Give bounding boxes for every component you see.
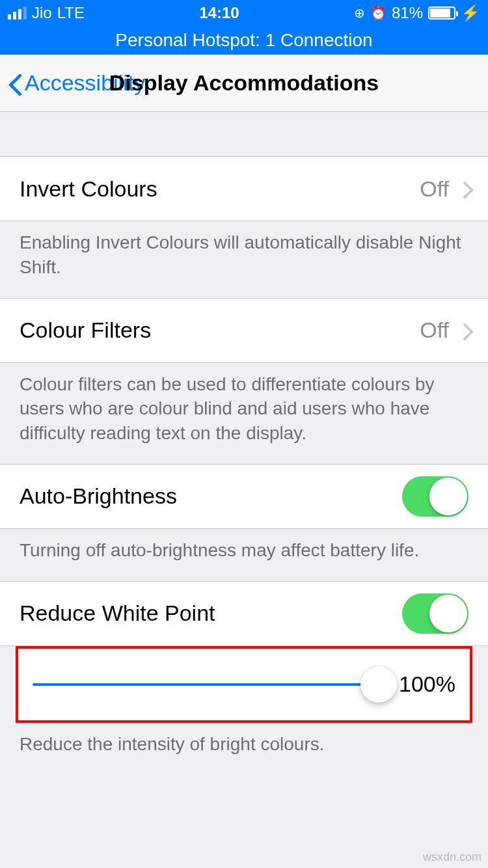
row-value: Off <box>420 318 468 343</box>
row-auto-brightness: Auto-Brightness <box>0 464 488 529</box>
row-label: Invert Colours <box>20 176 420 202</box>
hotspot-text: Personal Hotspot: 1 Connection <box>115 30 372 50</box>
status-left: Jio LTE <box>8 4 85 22</box>
row-value: Off <box>420 176 468 202</box>
footer-filters: Colour filters can be used to differenti… <box>0 363 488 464</box>
footer-invert: Enabling Invert Colours will automatical… <box>0 221 488 298</box>
row-label: Colour Filters <box>20 318 420 343</box>
alarm-icon: ⏰ <box>370 5 386 21</box>
reduce-white-point-slider[interactable] <box>33 683 380 686</box>
row-reduce-white-point: Reduce White Point <box>0 581 488 646</box>
nav-bar: Accessibility Display Accommodations <box>0 55 488 112</box>
signal-icon <box>8 7 27 20</box>
row-invert-colours[interactable]: Invert Colours Off <box>0 156 488 221</box>
auto-brightness-toggle[interactable] <box>402 476 468 517</box>
watermark: wsxdn.com <box>423 850 481 864</box>
chevron-right-icon <box>458 321 468 340</box>
battery-percent: 81% <box>392 4 423 22</box>
row-label: Reduce White Point <box>20 601 402 626</box>
footer-reduce-white-point: Reduce the intensity of bright colours. <box>0 723 488 775</box>
slider-thumb[interactable] <box>360 666 397 703</box>
carrier-label: Jio <box>32 4 52 22</box>
row-label: Auto-Brightness <box>20 483 402 509</box>
network-label: LTE <box>57 4 85 22</box>
slider-value: 100% <box>393 671 455 697</box>
back-button[interactable]: Accessibility <box>9 70 145 96</box>
orientation-lock-icon: ⊕ <box>354 5 365 21</box>
status-bar: Jio LTE 14:10 ⊕ ⏰ 81% ⚡ <box>0 0 488 26</box>
reduce-white-point-slider-highlight: 100% <box>16 646 472 723</box>
row-colour-filters[interactable]: Colour Filters Off <box>0 298 488 363</box>
reduce-white-point-slider-row: 100% <box>18 649 470 720</box>
hotspot-banner[interactable]: Personal Hotspot: 1 Connection <box>0 26 488 55</box>
footer-auto-brightness: Turning off auto-brightness may affect b… <box>0 529 488 581</box>
chevron-right-icon <box>458 180 468 198</box>
clock: 14:10 <box>199 4 239 22</box>
battery-icon <box>428 7 455 20</box>
chevron-left-icon <box>9 71 23 96</box>
status-right: ⊕ ⏰ 81% ⚡ <box>354 4 480 22</box>
reduce-white-point-toggle[interactable] <box>402 593 468 634</box>
back-label: Accessibility <box>25 70 145 96</box>
charging-icon: ⚡ <box>461 4 480 22</box>
